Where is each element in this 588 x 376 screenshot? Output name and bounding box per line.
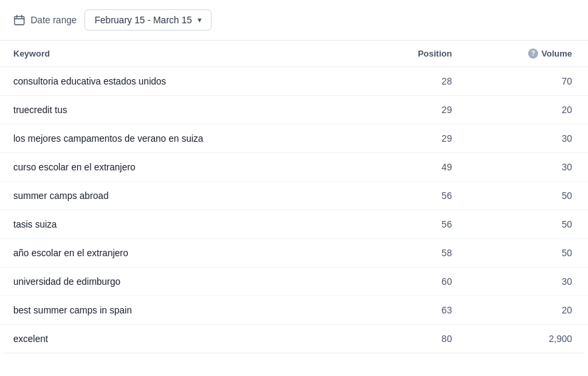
table-header-row: Keyword Position ? Volume [0, 41, 588, 67]
volume-cell: 50 [465, 239, 588, 268]
keyword-cell: curso escolar en el extranjero [0, 153, 363, 182]
volume-cell: 30 [465, 153, 588, 182]
position-cell: 80 [363, 325, 465, 353]
date-range-button[interactable]: February 15 - March 15 ▾ [84, 9, 211, 31]
position-cell: 60 [363, 268, 465, 296]
volume-cell: 20 [465, 296, 588, 325]
main-container: Date range February 15 - March 15 ▾ Keyw… [0, 0, 588, 353]
keyword-cell: summer camps abroad [0, 182, 363, 210]
volume-cell: 30 [465, 124, 588, 153]
keyword-cell: best summer camps in spain [0, 296, 363, 325]
calendar-icon [13, 14, 25, 26]
date-range-value: February 15 - March 15 [94, 15, 192, 25]
position-cell: 63 [363, 296, 465, 325]
position-column-header: Position [363, 41, 465, 67]
position-cell: 28 [363, 67, 465, 96]
volume-cell: 30 [465, 268, 588, 296]
volume-help-icon[interactable]: ? [528, 49, 538, 59]
position-cell: 56 [363, 210, 465, 239]
table-row: año escolar en el extranjero5850 [0, 239, 588, 268]
volume-cell: 70 [465, 67, 588, 96]
table-row: universidad de edimburgo6030 [0, 268, 588, 296]
table-row: summer camps abroad5650 [0, 182, 588, 210]
table-row: curso escolar en el extranjero4930 [0, 153, 588, 182]
date-range-text: Date range [31, 15, 76, 25]
chevron-down-icon: ▾ [198, 15, 202, 25]
keyword-cell: consultoria educativa estados unidos [0, 67, 363, 96]
position-cell: 49 [363, 153, 465, 182]
volume-cell: 20 [465, 96, 588, 124]
table-row: truecredit tus2920 [0, 96, 588, 124]
volume-cell: 2,900 [465, 325, 588, 353]
volume-cell: 50 [465, 210, 588, 239]
table-row: best summer camps in spain6320 [0, 296, 588, 325]
keyword-cell: excelent [0, 325, 363, 353]
position-cell: 29 [363, 96, 465, 124]
keywords-table: Keyword Position ? Volume consultoria ed… [0, 41, 588, 353]
table-row: tasis suiza5650 [0, 210, 588, 239]
table-body: consultoria educativa estados unidos2870… [0, 67, 588, 353]
position-cell: 56 [363, 182, 465, 210]
header-bar: Date range February 15 - March 15 ▾ [0, 0, 588, 41]
position-cell: 29 [363, 124, 465, 153]
svg-rect-0 [15, 17, 24, 25]
table-row: excelent802,900 [0, 325, 588, 353]
volume-cell: 50 [465, 182, 588, 210]
keyword-cell: los mejores campamentos de verano en sui… [0, 124, 363, 153]
table-row: los mejores campamentos de verano en sui… [0, 124, 588, 153]
position-cell: 58 [363, 239, 465, 268]
date-range-label: Date range [13, 14, 76, 26]
keyword-cell: tasis suiza [0, 210, 363, 239]
table-row: consultoria educativa estados unidos2870 [0, 67, 588, 96]
volume-column-header: ? Volume [465, 41, 588, 67]
keyword-cell: año escolar en el extranjero [0, 239, 363, 268]
keyword-cell: truecredit tus [0, 96, 363, 124]
keyword-column-header: Keyword [0, 41, 363, 67]
keyword-cell: universidad de edimburgo [0, 268, 363, 296]
